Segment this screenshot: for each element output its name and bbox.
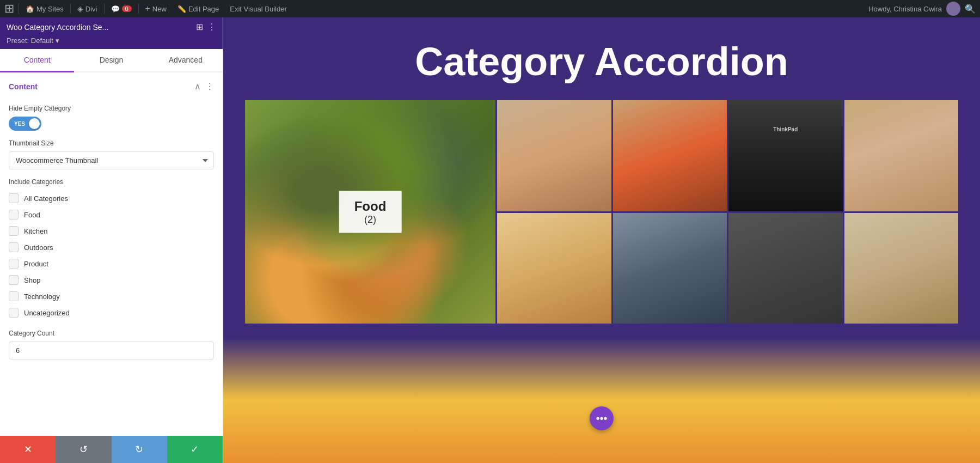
plus-icon: + — [145, 4, 150, 14]
category-count-label: Category Count — [9, 330, 214, 337]
list-item: Shop — [9, 272, 214, 288]
panel-header-icons: ⊞ ⋮ — [196, 22, 216, 32]
all-categories-label: All Categories — [24, 194, 68, 203]
preset-bar[interactable]: Preset: Default ▾ — [0, 36, 223, 49]
col4: ThinkPad — [728, 100, 843, 324]
search-icon[interactable]: 🔍 — [965, 4, 976, 14]
image-grid: Food (2) ThinkPad — [245, 100, 958, 324]
panel-content: Hide Empty Category YES Thumbnail Size W… — [0, 96, 223, 436]
col4-top-image: ThinkPad — [728, 100, 843, 211]
uncategorized-checkbox[interactable] — [9, 308, 19, 318]
collapse-icon[interactable]: ∧ — [194, 81, 201, 92]
shop-label: Shop — [24, 276, 40, 284]
new-link[interactable]: + New — [141, 0, 171, 17]
comment-icon: 💬 — [111, 5, 120, 13]
toggle-container: YES — [9, 117, 214, 131]
section-title: Content — [9, 82, 38, 91]
col4-bot-image — [728, 213, 843, 324]
user-greeting: Howdy, Christina Gwira — [868, 5, 942, 13]
list-item: Technology — [9, 288, 214, 304]
cancel-button[interactable]: ✕ — [0, 436, 56, 463]
include-categories-label: Include Categories — [9, 178, 214, 186]
uncategorized-label: Uncategorized — [24, 309, 70, 317]
list-item: Product — [9, 255, 214, 272]
wp-logo-icon[interactable]: ⊞ — [4, 2, 14, 16]
comments-link[interactable]: 💬 0 — [107, 0, 136, 17]
divi-icon: ◈ — [77, 4, 83, 13]
tab-content[interactable]: Content — [0, 49, 74, 72]
food-title: Food — [354, 199, 387, 214]
food-checkbox[interactable] — [9, 210, 19, 220]
food-label: Food — [24, 211, 40, 219]
col5 — [844, 100, 959, 324]
col3 — [613, 100, 727, 324]
canvas: Category Accordion Food (2) — [223, 17, 980, 463]
outdoors-label: Outdoors — [24, 243, 53, 252]
product-checkbox[interactable] — [9, 259, 19, 269]
thumbnail-size-select[interactable]: Woocommerce Thumbnail Full Medium Large … — [9, 151, 214, 169]
product-label: Product — [24, 260, 48, 268]
avatar — [946, 2, 960, 16]
kitchen-checkbox[interactable] — [9, 226, 19, 236]
list-item: All Categories — [9, 190, 214, 206]
main-image-col: Food (2) — [245, 100, 495, 324]
toggle-knob — [29, 118, 40, 129]
all-categories-checkbox[interactable] — [9, 193, 19, 203]
panel-title: Woo Category Accordion Se... — [7, 23, 108, 32]
pencil-icon: ✏️ — [177, 5, 186, 13]
layout-icon[interactable]: ⊞ — [196, 22, 203, 32]
food2-bot-image — [497, 213, 611, 324]
col5-top-image — [844, 100, 959, 211]
list-item: Uncategorized — [9, 304, 214, 321]
main-layout: Woo Category Accordion Se... ⊞ ⋮ Preset:… — [0, 17, 980, 463]
section-controls: ∧ ⋮ — [194, 81, 214, 92]
list-item: Kitchen — [9, 223, 214, 239]
outdoors-checkbox[interactable] — [9, 242, 19, 252]
undo-button[interactable]: ↺ — [56, 436, 111, 463]
panel-header-left: Woo Category Accordion Se... — [7, 23, 108, 32]
list-item: Food — [9, 206, 214, 223]
col3-top-image — [613, 100, 727, 211]
canvas-bottom: ••• — [223, 324, 980, 463]
tab-design[interactable]: Design — [74, 49, 148, 72]
food-count: (2) — [354, 214, 387, 226]
section-header: Content ∧ ⋮ — [0, 72, 223, 96]
admin-bar-right: Howdy, Christina Gwira 🔍 — [868, 2, 976, 16]
my-sites-link[interactable]: 🏠 My Sites — [21, 0, 68, 17]
kitchen-label: Kitchen — [24, 227, 47, 235]
tab-advanced[interactable]: Advanced — [149, 49, 223, 72]
action-bar: ✕ ↺ ↻ ✓ — [0, 436, 223, 463]
admin-bar: ⊞ 🏠 My Sites ◈ Divi 💬 0 + New ✏️ Edit Pa… — [0, 0, 980, 17]
checkbox-list: All Categories Food Kitchen Outdoors Pro… — [9, 190, 214, 321]
edit-page-link[interactable]: ✏️ Edit Page — [173, 0, 223, 17]
hide-empty-label: Hide Empty Category — [9, 105, 214, 112]
food2-top-image — [497, 100, 611, 211]
food-overlay: Food (2) — [339, 191, 402, 233]
redo-button[interactable]: ↻ — [112, 436, 167, 463]
tabs: Content Design Advanced — [0, 49, 223, 72]
col2 — [497, 100, 611, 324]
col5-bot-image — [844, 213, 959, 324]
list-item: Outdoors — [9, 239, 214, 255]
thumbnail-size-label: Thumbnail Size — [9, 139, 214, 147]
section-menu-icon[interactable]: ⋮ — [205, 81, 214, 92]
page-title: Category Accordion — [223, 17, 980, 100]
technology-checkbox[interactable] — [9, 291, 19, 301]
technology-label: Technology — [24, 293, 60, 301]
exit-builder-link[interactable]: Exit Visual Builder — [225, 0, 291, 17]
floating-action-button[interactable]: ••• — [590, 406, 614, 430]
col3-bot-image — [613, 213, 727, 324]
divi-link[interactable]: ◈ Divi — [73, 0, 102, 17]
save-button[interactable]: ✓ — [167, 436, 223, 463]
panel-header: Woo Category Accordion Se... ⊞ ⋮ — [0, 17, 223, 36]
left-panel: Woo Category Accordion Se... ⊞ ⋮ Preset:… — [0, 17, 223, 463]
more-options-icon[interactable]: ⋮ — [207, 22, 216, 32]
category-count-input[interactable] — [9, 342, 214, 360]
hide-empty-toggle[interactable]: YES — [9, 117, 41, 131]
shop-checkbox[interactable] — [9, 275, 19, 285]
house-icon: 🏠 — [26, 5, 34, 13]
